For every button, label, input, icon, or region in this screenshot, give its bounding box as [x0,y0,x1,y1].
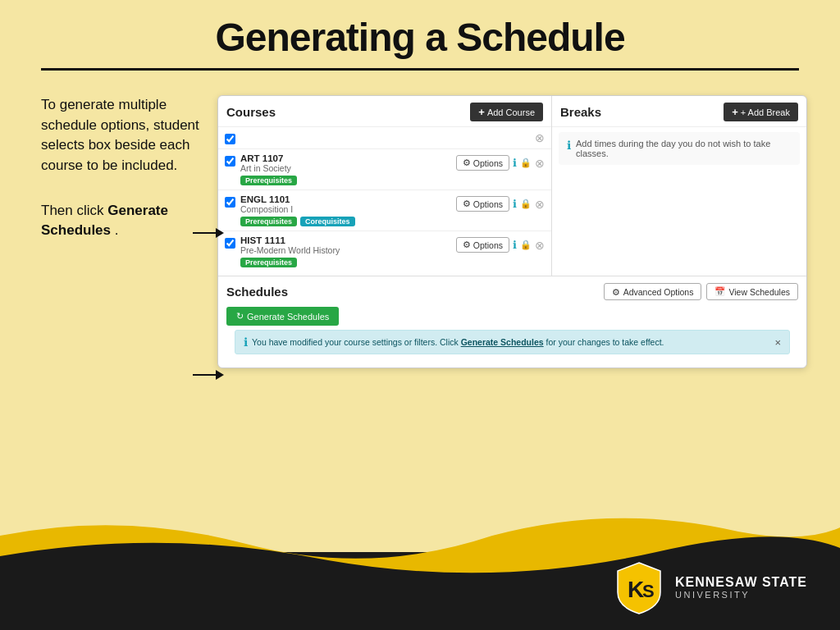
schedules-title: Schedules [226,285,288,299]
hist1111-options-label: Options [473,240,503,250]
course-row-engl1101: ENGL 1101 Composition I Prerequisites Co… [218,190,551,231]
view-schedules-label: View Schedules [728,287,790,297]
text-block-2: Then click Generate Schedules . [41,201,201,241]
breaks-panel: Breaks + + Add Break ℹ Add times during … [552,96,806,276]
arrow-head-1 [216,228,224,238]
breaks-info-icon: ℹ [567,139,571,152]
view-schedules-calendar-icon: 📅 [714,286,725,297]
ksu-text: KENNESAW STATE UNIVERSITY [675,574,807,600]
art1107-actions: ⚙ Options ℹ 🔒 ⊗ [456,155,545,171]
hist1111-checkbox[interactable] [225,238,235,249]
alert-bar: ℹ You have modified your course settings… [235,330,790,354]
art1107-options-label: Options [473,158,503,168]
hist1111-tags: Prerequisites [240,258,451,267]
arrow-line-2 [193,374,216,376]
arrow-2 [193,370,224,380]
alert-text-prefix: You have modified your course settings o… [252,337,461,347]
courses-panel-title: Courses [226,105,276,119]
hist1111-gear-icon: ⚙ [463,240,471,250]
art1107-name: ART 1107 [240,153,451,163]
add-break-button[interactable]: + + Add Break [724,103,798,121]
empty-row-remove-icon[interactable]: ⊗ [535,131,545,144]
schedules-header: Schedules ⚙ Advanced Options 📅 View Sche… [226,283,798,300]
schedules-section: Schedules ⚙ Advanced Options 📅 View Sche… [218,276,806,368]
advanced-options-gear-icon: ⚙ [612,287,620,297]
hist1111-info-icon[interactable]: ℹ [513,239,517,251]
ksu-emblem-icon: K S [611,559,667,615]
art1107-info: ART 1107 Art in Society Prerequisites [240,153,451,185]
alert-text-group: ℹ You have modified your course settings… [244,336,664,349]
generate-schedules-label: Generate Schedules [247,312,329,322]
art1107-options-button[interactable]: ⚙ Options [456,155,509,171]
art1107-gear-icon: ⚙ [463,158,471,168]
advanced-options-label: Advanced Options [623,287,694,297]
breaks-panel-header: Breaks + + Add Break [552,96,806,127]
breaks-info-box: ℹ Add times during the day you do not wi… [559,132,800,165]
svg-text:S: S [642,581,655,601]
title-divider [41,68,799,71]
engl1101-options-label: Options [473,199,503,209]
schedules-actions: ⚙ Advanced Options 📅 View Schedules [604,283,798,300]
engl1101-subtitle: Composition I [240,204,451,214]
view-schedules-button[interactable]: 📅 View Schedules [706,283,798,300]
hist1111-subtitle: Pre-Modern World History [240,245,451,255]
instruction-text-2-prefix: Then click [41,203,107,218]
art1107-remove-icon[interactable]: ⊗ [535,157,545,170]
art1107-lock-icon[interactable]: 🔒 [520,158,532,168]
hist1111-lock-icon[interactable]: 🔒 [520,240,532,250]
breaks-info-text: Add times during the day you do not wish… [576,139,792,158]
alert-close-button[interactable]: × [774,336,781,349]
engl1101-gear-icon: ⚙ [463,199,471,209]
alert-text-after: for your changes to take effect. [544,337,664,347]
course-row-art1107: ART 1107 Art in Society Prerequisites ⚙ … [218,149,551,190]
hist1111-prereq-tag: Prerequisites [240,258,297,267]
engl1101-lock-icon[interactable]: 🔒 [520,199,532,209]
arrow-head-2 [216,370,224,380]
courses-panel: Courses + Add Course ⊗ ART 1107 [218,96,552,276]
ksu-name: KENNESAW STATE [675,574,807,590]
add-break-label: + Add Break [741,107,790,117]
arrow-line-1 [193,232,216,234]
hist1111-options-button[interactable]: ⚙ Options [456,237,509,253]
art1107-prereq-tag: Prerequisites [240,176,297,185]
add-course-button[interactable]: + Add Course [470,103,543,121]
slide-title: Generating a Schedule [0,0,840,68]
text-block-1: To generate multiple schedule options, s… [41,95,201,176]
bottom-area: K S KENNESAW STATE UNIVERSITY [0,511,840,630]
art1107-info-icon[interactable]: ℹ [513,157,517,169]
engl1101-info-icon[interactable]: ℹ [513,198,517,210]
add-course-label: Add Course [487,107,535,117]
course-row-hist1111: HIST 1111 Pre-Modern World History Prere… [218,231,551,272]
instruction-text-1: To generate multiple schedule options, s… [41,97,199,173]
engl1101-options-button[interactable]: ⚙ Options [456,196,509,212]
arrow-1 [193,228,224,238]
hist1111-remove-icon[interactable]: ⊗ [535,239,545,252]
engl1101-coreq-tag: Corequisites [300,217,355,226]
art1107-tags: Prerequisites [240,176,451,185]
hist1111-actions: ⚙ Options ℹ 🔒 ⊗ [456,237,545,253]
engl1101-actions: ⚙ Options ℹ 🔒 ⊗ [456,196,545,212]
mockup-top: Courses + Add Course ⊗ ART 1107 [218,96,806,276]
courses-panel-header: Courses + Add Course [218,96,551,127]
hist1111-info: HIST 1111 Pre-Modern World History Prere… [240,235,451,267]
breaks-panel-title: Breaks [560,105,601,119]
art1107-checkbox[interactable] [225,156,235,167]
engl1101-remove-icon[interactable]: ⊗ [535,198,545,211]
generate-schedules-button[interactable]: ↻ Generate Schedules [226,307,339,326]
ksu-logo: K S KENNESAW STATE UNIVERSITY [611,559,807,615]
add-course-plus-icon: + [478,106,485,118]
art1107-subtitle: Art in Society [240,163,451,173]
content-area: To generate multiple schedule options, s… [0,87,840,368]
engl1101-name: ENGL 1101 [240,194,451,204]
empty-row-checkbox[interactable] [225,134,235,144]
empty-course-row: ⊗ [218,127,551,149]
instruction-text-2-suffix: . [115,222,119,238]
ksu-university: UNIVERSITY [675,590,807,600]
engl1101-info: ENGL 1101 Composition I Prerequisites Co… [240,194,451,226]
advanced-options-button[interactable]: ⚙ Advanced Options [604,283,702,300]
add-break-plus-icon: + [732,106,738,118]
engl1101-tags: Prerequisites Corequisites [240,217,451,226]
alert-link[interactable]: Generate Schedules [461,337,544,347]
left-text-column: To generate multiple schedule options, s… [41,95,201,368]
engl1101-checkbox[interactable] [225,197,235,208]
